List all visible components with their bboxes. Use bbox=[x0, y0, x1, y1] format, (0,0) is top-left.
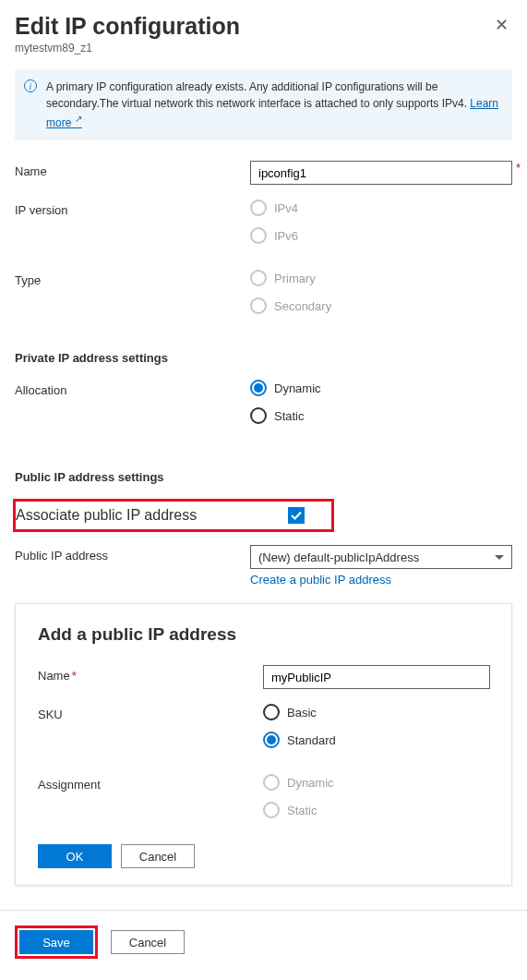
associate-checkbox[interactable] bbox=[288, 507, 305, 524]
assignment-dynamic-radio: Dynamic bbox=[263, 774, 489, 791]
radio-icon bbox=[250, 380, 267, 396]
page-title: Edit IP configuration bbox=[15, 13, 240, 40]
sku-label: SKU bbox=[38, 704, 263, 721]
allocation-static-radio[interactable]: Static bbox=[250, 407, 512, 424]
external-link-icon: ↗ bbox=[75, 114, 82, 124]
public-ip-select[interactable]: (New) default-publicIpAddress bbox=[250, 545, 512, 569]
name-label: Name bbox=[15, 161, 250, 178]
public-ip-heading: Public IP address settings bbox=[15, 470, 512, 484]
required-mark: * bbox=[516, 161, 521, 175]
footer-cancel-button[interactable]: Cancel bbox=[111, 930, 185, 954]
sku-standard-radio[interactable]: Standard bbox=[263, 732, 489, 748]
ipv4-radio: IPv4 bbox=[250, 200, 512, 216]
allocation-dynamic-radio[interactable]: Dynamic bbox=[250, 380, 512, 396]
divider bbox=[0, 910, 527, 911]
radio-icon bbox=[250, 227, 267, 244]
radio-icon bbox=[263, 704, 280, 720]
radio-icon bbox=[250, 407, 267, 424]
close-icon[interactable]: ✕ bbox=[491, 13, 512, 37]
radio-icon bbox=[250, 270, 267, 286]
assignment-label: Assignment bbox=[38, 774, 263, 792]
type-primary-radio: Primary bbox=[250, 270, 512, 286]
radio-icon bbox=[250, 297, 267, 314]
page-subtitle: mytestvm89_z1 bbox=[15, 42, 240, 54]
add-name-label: Name* bbox=[38, 665, 263, 683]
info-text: A primary IP configuration already exist… bbox=[46, 80, 470, 110]
add-cancel-button[interactable]: Cancel bbox=[121, 844, 195, 868]
radio-icon bbox=[250, 200, 267, 216]
save-button[interactable]: Save bbox=[19, 930, 93, 954]
ipv6-radio: IPv6 bbox=[250, 227, 512, 244]
add-panel-title: Add a public IP address bbox=[38, 624, 489, 645]
add-name-input[interactable] bbox=[263, 665, 490, 689]
private-ip-heading: Private IP address settings bbox=[15, 351, 512, 365]
assignment-static-radio: Static bbox=[263, 802, 489, 818]
ip-version-label: IP version bbox=[15, 200, 250, 217]
check-icon bbox=[291, 510, 302, 521]
allocation-label: Allocation bbox=[15, 380, 250, 397]
radio-icon bbox=[263, 802, 280, 818]
associate-label: Associate public IP address bbox=[16, 507, 288, 524]
ok-button[interactable]: OK bbox=[38, 844, 112, 868]
info-banner: i A primary IP configuration already exi… bbox=[15, 69, 512, 140]
public-ip-address-label: Public IP address bbox=[15, 545, 250, 563]
info-icon: i bbox=[24, 79, 37, 92]
radio-icon bbox=[263, 774, 280, 791]
save-highlight: Save bbox=[15, 926, 98, 959]
type-secondary-radio: Secondary bbox=[250, 297, 512, 314]
associate-highlight: Associate public IP address bbox=[13, 499, 334, 532]
add-public-ip-panel: Add a public IP address Name* SKU Basic … bbox=[15, 603, 512, 886]
create-public-ip-link[interactable]: Create a public IP address bbox=[250, 573, 512, 587]
name-input[interactable] bbox=[250, 161, 512, 185]
type-label: Type bbox=[15, 270, 250, 287]
sku-basic-radio[interactable]: Basic bbox=[263, 704, 489, 720]
radio-icon bbox=[263, 732, 280, 748]
